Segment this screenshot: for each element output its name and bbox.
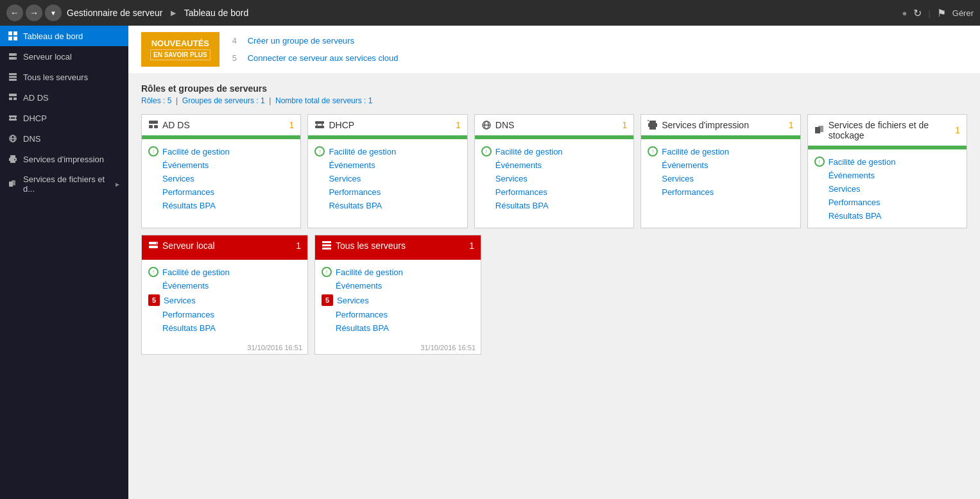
svg-rect-44 — [149, 246, 158, 248]
quick-link-connecter-serveur[interactable]: Connecter ce serveur aux services cloud — [248, 53, 399, 63]
sidebar-item-dhcp[interactable]: DHCP — [0, 108, 128, 128]
chevron-right-icon: ► — [114, 181, 121, 188]
dns-card-icon — [481, 120, 492, 130]
card-link-bpa-ad-ds[interactable]: Résultats BPA — [148, 199, 294, 212]
card-link-bpa-tous-serveurs[interactable]: Résultats BPA — [322, 321, 474, 335]
card-header-ad-ds: AD DS 1 — [142, 115, 300, 137]
card-link-evenements-dns[interactable]: Événements — [481, 158, 627, 172]
svg-rect-47 — [322, 244, 331, 246]
print-icon — [8, 154, 18, 164]
card-body-dns: ↑ Facilité de gestion Événements Service… — [475, 139, 633, 217]
svg-rect-23 — [10, 160, 15, 163]
svg-rect-8 — [9, 73, 17, 75]
card-tous-serveurs: Tous les serveurs 1 ↑ Facilité de gestio… — [314, 235, 481, 355]
svg-point-7 — [15, 58, 16, 59]
card-body-services-impression: ↑ Facilité de gestion Événements Service… — [641, 139, 800, 204]
sidebar-label-services-fichiers: Services de fichiers et d... — [23, 174, 109, 194]
sidebar-item-ad-ds[interactable]: AD DS — [0, 87, 128, 108]
quick-link-num-5: 5 — [232, 53, 241, 63]
card-link-facilite-serveur-local[interactable]: ↑ Facilité de gestion — [148, 265, 301, 279]
green-circle-icon-serveur-local: ↑ — [148, 267, 159, 277]
card-link-services-services-fichiers[interactable]: Services — [814, 182, 960, 196]
card-header-dhcp: DHCP 1 — [308, 115, 467, 137]
card-link-services-services-impression[interactable]: Services — [648, 172, 793, 185]
roles-count: Rôles : 5 — [141, 96, 171, 105]
card-link-bpa-services-fichiers[interactable]: Résultats BPA — [814, 209, 960, 223]
card-link-bpa-serveur-local[interactable]: Résultats BPA — [148, 321, 301, 335]
card-link-facilite-dhcp[interactable]: ↑ Facilité de gestion — [314, 144, 460, 158]
sidebar-item-services-impression[interactable]: Services d'impression — [0, 149, 128, 169]
back-button[interactable]: ← — [6, 4, 23, 21]
svg-rect-29 — [154, 125, 158, 128]
svg-rect-31 — [315, 126, 324, 128]
sidebar-item-tableau-de-bord[interactable]: Tableau de bord — [0, 26, 128, 46]
card-link-facilite-dns[interactable]: ↑ Facilité de gestion — [481, 144, 627, 158]
card-link-performances-dns[interactable]: Performances — [481, 185, 627, 199]
print-card-icon — [648, 120, 658, 130]
svg-rect-1 — [13, 31, 17, 35]
servers-icon — [8, 72, 18, 82]
sidebar-label-dns: DNS — [23, 134, 121, 144]
card-body-serveur-local: ↑ Facilité de gestion Événements 5 Servi… — [142, 260, 307, 340]
card-link-facilite-services-fichiers[interactable]: ↑ Facilité de gestion — [814, 155, 960, 169]
card-services-impression: Services d'impression 1 ↑ Facilité de ge… — [640, 114, 800, 228]
card-link-evenements-tous-serveurs[interactable]: Événements — [322, 279, 474, 292]
sidebar-label-dhcp: DHCP — [23, 114, 121, 123]
forward-button[interactable]: → — [26, 4, 42, 21]
sidebar-label-ad-ds: AD DS — [23, 93, 121, 103]
card-link-evenements-serveur-local[interactable]: Événements — [148, 279, 301, 292]
svg-rect-15 — [9, 119, 17, 121]
card-link-evenements-services-fichiers[interactable]: Événements — [814, 169, 960, 182]
card-link-evenements-dhcp[interactable]: Événements — [314, 158, 460, 172]
card-link-performances-services-fichiers[interactable]: Performances — [814, 196, 960, 209]
manage-label[interactable]: Gérer — [952, 8, 974, 18]
green-circle-icon-services-impression: ↑ — [648, 146, 658, 156]
card-header-services-fichiers: Services de fichiers et de stockage 1 — [808, 115, 967, 148]
card-link-services-tous-serveurs[interactable]: 5 Services — [322, 292, 474, 308]
svg-rect-9 — [9, 76, 17, 78]
dhcp-icon — [8, 113, 18, 123]
svg-rect-42 — [818, 126, 823, 132]
card-serveur-local: Serveur local 1 ↑ Facilité de gestion Év… — [141, 235, 308, 355]
app-title: Gestionnaire de serveur ► Tableau de bor… — [67, 8, 248, 18]
card-link-performances-services-impression[interactable]: Performances — [648, 185, 793, 199]
dropdown-button[interactable]: ▼ — [45, 4, 62, 21]
sidebar-item-services-fichiers[interactable]: Services de fichiers et d... ► — [0, 169, 128, 199]
card-link-performances-tous-serveurs[interactable]: Performances — [322, 308, 474, 321]
card-body-services-fichiers: ↑ Facilité de gestion Événements Service… — [808, 149, 967, 228]
groupes-count: Groupes de serveurs : 1 — [182, 96, 265, 105]
card-link-bpa-dhcp[interactable]: Résultats BPA — [314, 199, 460, 212]
sidebar-item-serveur-local[interactable]: Serveur local — [0, 46, 128, 67]
quick-link-creer-groupe[interactable]: Créer un groupe de serveurs — [248, 36, 354, 46]
roles-separator-1: | — [174, 96, 182, 105]
card-link-services-dhcp[interactable]: Services — [314, 172, 460, 185]
services-badge-serveur-local: 5 — [148, 294, 160, 306]
card-link-facilite-ad-ds[interactable]: ↑ Facilité de gestion — [148, 144, 294, 158]
card-title-dns: DNS — [481, 120, 515, 130]
card-link-performances-dhcp[interactable]: Performances — [314, 185, 460, 199]
flag-icon[interactable]: ⚑ — [937, 7, 946, 19]
svg-point-6 — [15, 54, 16, 55]
svg-rect-3 — [13, 37, 17, 40]
sidebar-item-tous-serveurs[interactable]: Tous les serveurs — [0, 67, 128, 87]
tous-serveurs-card-icon — [322, 241, 332, 251]
card-link-services-dns[interactable]: Services — [481, 172, 627, 185]
card-link-evenements-ad-ds[interactable]: Événements — [148, 158, 294, 172]
en-savoir-plus-button[interactable]: EN SAVOIR PLUS — [150, 49, 211, 60]
sidebar-item-dns[interactable]: DNS — [0, 128, 128, 149]
card-link-performances-serveur-local[interactable]: Performances — [148, 308, 301, 321]
card-link-facilite-tous-serveurs[interactable]: ↑ Facilité de gestion — [322, 265, 474, 279]
card-link-facilite-services-impression[interactable]: ↑ Facilité de gestion — [648, 144, 793, 158]
svg-rect-27 — [149, 121, 158, 124]
svg-rect-48 — [322, 248, 331, 249]
card-link-bpa-dns[interactable]: Résultats BPA — [481, 199, 627, 212]
card-link-services-ad-ds[interactable]: Services — [148, 172, 294, 185]
refresh-icon[interactable]: ↻ — [913, 7, 922, 19]
card-link-services-serveur-local[interactable]: 5 Services — [148, 292, 301, 308]
card-link-evenements-services-impression[interactable]: Événements — [648, 158, 793, 172]
separator-bar: | — [928, 8, 930, 18]
sidebar-label-tableau: Tableau de bord — [23, 31, 121, 41]
card-link-performances-ad-ds[interactable]: Performances — [148, 185, 294, 199]
card-count-serveur-local: 1 — [296, 241, 301, 251]
card-title-ad-ds: AD DS — [148, 120, 190, 130]
